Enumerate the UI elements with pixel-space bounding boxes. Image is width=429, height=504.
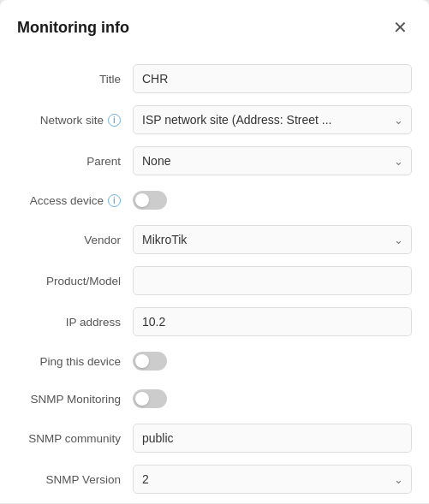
product-model-input[interactable]	[133, 266, 412, 295]
network-site-select-wrap: ISP network site (Address: Street ... ⌄	[133, 105, 412, 134]
snmp-community-label: SNMP community	[17, 432, 133, 445]
network-site-select[interactable]: ISP network site (Address: Street ...	[133, 105, 412, 134]
parent-select[interactable]: None	[133, 146, 412, 175]
vendor-row: Vendor MikroTik ⌄	[0, 219, 429, 260]
product-model-label: Product/Model	[17, 275, 133, 288]
snmp-community-input[interactable]	[133, 424, 412, 453]
monitoring-info-dialog: Monitoring info ✕ Title Network site i I…	[0, 0, 429, 504]
snmp-monitoring-row: SNMP Monitoring	[0, 380, 429, 418]
dialog-body: Title Network site i ISP network site (A…	[0, 51, 429, 500]
network-site-row: Network site i ISP network site (Address…	[0, 99, 429, 140]
snmp-community-input-wrap	[133, 424, 412, 453]
title-input[interactable]	[133, 64, 412, 93]
vendor-select[interactable]: MikroTik	[133, 225, 412, 254]
product-model-input-wrap	[133, 266, 412, 295]
snmp-monitoring-toggle[interactable]	[133, 389, 167, 408]
network-site-label: Network site i	[17, 114, 133, 127]
title-label: Title	[17, 73, 133, 86]
snmp-monitoring-label: SNMP Monitoring	[17, 393, 133, 406]
snmp-version-label: SNMP Version	[17, 473, 133, 486]
ping-device-toggle-wrap	[133, 352, 412, 371]
snmp-version-select-wrap: 2 1 3 ⌄	[133, 465, 412, 494]
snmp-community-row: SNMP community	[0, 418, 429, 459]
ip-address-row: IP address	[0, 301, 429, 342]
ping-device-toggle-thumb	[135, 354, 149, 368]
access-device-toggle[interactable]	[133, 191, 167, 210]
snmp-version-row: SNMP Version 2 1 3 ⌄	[0, 459, 429, 500]
snmp-monitoring-toggle-wrap	[133, 389, 412, 408]
title-row: Title	[0, 58, 429, 99]
access-device-toggle-thumb	[135, 193, 149, 207]
access-device-toggle-wrap	[133, 191, 412, 210]
ping-device-row: Ping this device	[0, 342, 429, 380]
access-device-label: Access device i	[17, 194, 133, 207]
parent-row: Parent None ⌄	[0, 140, 429, 181]
dialog-title: Monitoring info	[17, 19, 129, 37]
title-input-wrap	[133, 64, 412, 93]
access-device-info-icon[interactable]: i	[108, 194, 121, 207]
ip-address-input[interactable]	[133, 307, 412, 336]
close-icon: ✕	[393, 17, 408, 38]
parent-select-wrap: None ⌄	[133, 146, 412, 175]
snmp-version-select[interactable]: 2 1 3	[133, 465, 412, 494]
vendor-label: Vendor	[17, 234, 133, 246]
dialog-header: Monitoring info ✕	[0, 0, 429, 51]
ip-address-input-wrap	[133, 307, 412, 336]
network-site-info-icon[interactable]: i	[108, 114, 121, 127]
access-device-row: Access device i	[0, 181, 429, 219]
parent-label: Parent	[17, 155, 133, 168]
ping-device-toggle[interactable]	[133, 352, 167, 371]
vendor-select-wrap: MikroTik ⌄	[133, 225, 412, 254]
product-model-row: Product/Model	[0, 260, 429, 301]
ping-device-label: Ping this device	[17, 355, 133, 368]
ip-address-label: IP address	[17, 316, 133, 329]
snmp-monitoring-toggle-thumb	[135, 392, 149, 406]
dialog-close-button[interactable]: ✕	[388, 15, 412, 39]
